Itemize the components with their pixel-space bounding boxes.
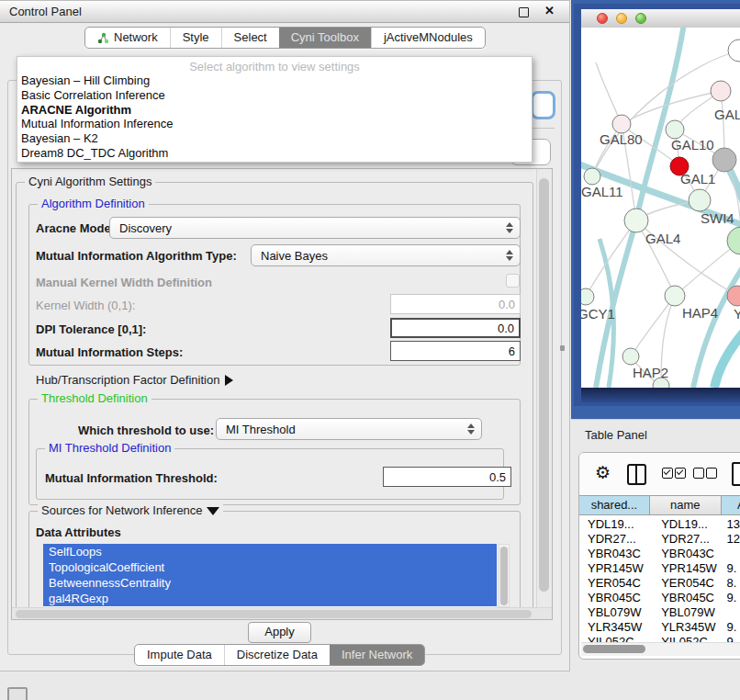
table-row[interactable]: YER054C YER054C 8. <box>579 576 740 591</box>
deselect-all-checkbox-icon[interactable] <box>706 468 717 479</box>
scrollbar-thumb[interactable] <box>583 645 645 653</box>
network-window-titlebar[interactable] <box>581 9 740 28</box>
manual-kernel-label: Manual Kernel Width Definition <box>36 276 212 289</box>
manual-kernel-checkbox[interactable] <box>506 274 520 288</box>
table-row[interactable]: YLR345W YLR345W 9. <box>579 620 740 635</box>
apply-button[interactable]: Apply <box>248 622 311 643</box>
tab-cyni-toolbox[interactable]: Cyni Toolbox <box>279 28 371 48</box>
node-label: GAL11 <box>581 184 623 199</box>
node-gal1[interactable] <box>689 189 711 211</box>
node-label: GAL1 <box>680 171 715 186</box>
screen: Control Panel ✕ Network Style Select Cyn… <box>0 0 740 700</box>
mi-threshold-group-title: MI Threshold Definition <box>45 441 174 455</box>
attribute-item-selected[interactable]: BetweennessCentrality <box>43 575 497 591</box>
tab-impute-data[interactable]: Impute Data <box>135 645 224 665</box>
node-gal11[interactable] <box>584 168 600 185</box>
mi-type-combobox[interactable]: Naive Bayes <box>251 244 521 266</box>
tab-select[interactable]: Select <box>221 28 279 48</box>
scrollbar-thumb[interactable] <box>539 178 549 592</box>
tab-discretize-data[interactable]: Discretize Data <box>224 645 330 665</box>
minimize-window-icon[interactable] <box>616 13 627 24</box>
which-threshold-combobox[interactable]: MI Threshold <box>216 418 482 440</box>
dropdown-item-selected[interactable]: ARACNE Algorithm <box>17 103 532 118</box>
tab-style[interactable]: Style <box>170 28 221 48</box>
dpi-tolerance-field[interactable] <box>390 318 521 338</box>
tab-infer-network[interactable]: Infer Network <box>330 645 424 665</box>
deselect-all-checkbox-icon[interactable] <box>693 468 704 479</box>
control-panel-titlebar: Control Panel ✕ <box>0 1 569 23</box>
node-gal7[interactable] <box>711 81 731 101</box>
scrollbar-thumb[interactable] <box>16 610 532 618</box>
table-row[interactable]: YBR043C YBR043C <box>579 547 740 561</box>
settings-vertical-scrollbar[interactable] <box>536 169 552 607</box>
export-table-icon[interactable] <box>732 462 740 486</box>
panel-splitter-handle[interactable] <box>560 345 565 351</box>
close-panel-icon[interactable]: ✕ <box>544 4 555 17</box>
hub-definition-expander[interactable]: Hub/Transcription Factor Definition <box>36 373 233 387</box>
triangle-down-icon <box>207 507 219 515</box>
mi-steps-label: Mutual Information Steps: <box>36 345 183 359</box>
dropdown-item[interactable]: Bayesian – Hill Climbing <box>17 73 532 88</box>
cyni-mode-tabbar: Impute Data Discretize Data Infer Networ… <box>134 644 425 666</box>
kernel-width-label: Kernel Width (0,1): <box>36 299 135 312</box>
node[interactable] <box>728 40 740 62</box>
float-panel-icon[interactable] <box>519 7 529 17</box>
select-all-checkbox-icon[interactable] <box>662 468 673 479</box>
attribute-item-selected[interactable]: gal4RGexp <box>43 591 497 606</box>
settings-horizontal-scrollbar[interactable] <box>12 607 552 619</box>
column-header-shared-name[interactable]: shared... <box>579 496 650 514</box>
table-row[interactable]: YDL19... YDL19... 13 <box>579 517 740 532</box>
which-threshold-value: MI Threshold <box>217 423 464 436</box>
attribute-item-selected[interactable]: TopologicalCoefficient <box>43 559 497 575</box>
node-gray[interactable] <box>712 148 736 172</box>
node-gal80[interactable] <box>612 115 631 133</box>
stepper-arrows-icon <box>502 222 517 233</box>
network-canvas[interactable]: GAL7 GAL80 GAL10 GAL1 SWI4 GAL11 GAL4 GC… <box>581 28 740 388</box>
table-row[interactable]: YBR045C YBR045C 9. <box>579 591 740 605</box>
tab-network[interactable]: Network <box>85 28 170 48</box>
dropdown-item[interactable]: Dream8 DC_TDC Algorithm <box>17 146 532 161</box>
close-window-icon[interactable] <box>597 13 608 24</box>
algorithm-definition-title: Algorithm Definition <box>38 197 149 210</box>
node-gal4[interactable] <box>624 209 648 232</box>
table-panel-titlebar: Table Panel <box>571 419 740 451</box>
node-label: GCY1 <box>581 306 615 322</box>
dropdown-item[interactable]: Mutual Information Inference <box>17 117 532 131</box>
table-horizontal-scrollbar[interactable] <box>581 642 740 656</box>
maximize-window-icon[interactable] <box>635 13 646 24</box>
data-attributes-list: SelfLoops TopologicalCoefficient Between… <box>43 544 497 607</box>
attribute-item-selected[interactable]: SelfLoops <box>43 544 497 559</box>
aracne-mode-combobox[interactable]: Discovery <box>109 217 521 239</box>
select-all-checkbox-icon[interactable] <box>675 468 686 479</box>
column-header-name[interactable]: name <box>650 496 722 514</box>
mi-steps-field[interactable] <box>390 341 521 361</box>
mi-type-value: Naive Bayes <box>252 249 502 263</box>
node-label: GAL80 <box>600 131 643 147</box>
kernel-width-field[interactable] <box>390 294 521 314</box>
network-graph: GAL7 GAL80 GAL10 GAL1 SWI4 GAL11 GAL4 GC… <box>581 28 740 388</box>
node-hap4[interactable] <box>665 286 685 306</box>
attribute-list-scrollbar[interactable] <box>499 544 510 607</box>
gear-icon[interactable]: ⚙ <box>595 464 611 482</box>
network-desktop: GAL7 GAL80 GAL10 GAL1 SWI4 GAL11 GAL4 GC… <box>571 0 740 419</box>
show-columns-icon[interactable] <box>627 464 646 485</box>
focused-combobox-fragment[interactable] <box>531 91 555 119</box>
tab-jactivemnodules[interactable]: jActiveMNodules <box>371 28 485 48</box>
table-row[interactable]: YPR145W YPR145W 9. <box>579 561 740 576</box>
table-row[interactable]: YBL079W YBL079W <box>579 605 740 620</box>
docked-panel-icon[interactable] <box>7 687 28 700</box>
mi-threshold-field[interactable] <box>383 467 511 487</box>
node-hap2[interactable] <box>622 348 639 365</box>
node-gcy1[interactable] <box>581 288 594 305</box>
table-body: YDL19... YDL19... 13 YDR27... YDR27... 1… <box>579 517 740 649</box>
node-gal10[interactable] <box>666 120 684 139</box>
threshold-definition-title: Threshold Definition <box>38 391 151 405</box>
sources-group-title[interactable]: Sources for Network Inference <box>38 503 223 517</box>
dropdown-item[interactable]: Bayesian – K2 <box>17 131 532 146</box>
column-header-truncated[interactable]: A <box>722 496 740 514</box>
table-row[interactable]: YDR27... YDR27... 12 <box>579 532 740 547</box>
hub-definition-label: Hub/Transcription Factor Definition <box>36 373 219 387</box>
node-label: GAL4 <box>645 231 680 246</box>
dropdown-item[interactable]: Basic Correlation Inference <box>17 88 532 103</box>
tab-network-label: Network <box>114 28 158 48</box>
